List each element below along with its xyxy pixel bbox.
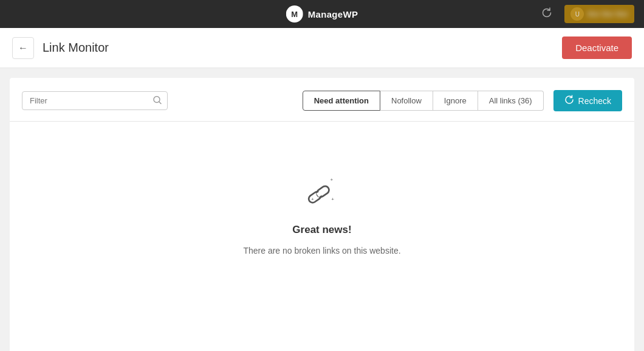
refresh-button[interactable] xyxy=(536,5,557,23)
header-bar: ← Link Monitor Deactivate xyxy=(0,28,644,68)
svg-rect-8 xyxy=(315,185,331,199)
toolbar: Need attention Nofollow Ignore All links… xyxy=(10,78,634,121)
back-icon: ← xyxy=(18,43,28,54)
topnav: M ManageWP U blur blur blur xyxy=(0,0,644,28)
main-content: Need attention Nofollow Ignore All links… xyxy=(10,78,634,351)
avatar: U xyxy=(570,7,584,21)
empty-title: Great news! xyxy=(292,224,351,236)
tab-need-attention[interactable]: Need attention xyxy=(303,91,380,111)
empty-state: + + + Great news! There are no broken li… xyxy=(10,122,634,292)
tabs-group: Need attention Nofollow Ignore All links… xyxy=(303,91,544,111)
svg-text:+: + xyxy=(331,177,334,182)
managewp-logo-icon: M xyxy=(286,5,303,23)
toolbar-right: Need attention Nofollow Ignore All links… xyxy=(303,90,622,111)
svg-text:M: M xyxy=(291,10,298,19)
recheck-icon xyxy=(564,95,574,106)
refresh-icon xyxy=(541,7,552,18)
tab-nofollow[interactable]: Nofollow xyxy=(380,91,433,111)
user-badge[interactable]: U blur blur blur xyxy=(564,5,634,23)
tab-all-links[interactable]: All links (36) xyxy=(478,91,544,111)
chain-icon: + + + xyxy=(300,170,344,214)
logo-text: ManageWP xyxy=(308,9,358,19)
deactivate-button[interactable]: Deactivate xyxy=(562,36,632,59)
recheck-refresh-icon xyxy=(564,95,574,105)
recheck-label: Recheck xyxy=(578,96,611,106)
back-button[interactable]: ← xyxy=(12,37,34,59)
svg-text:+: + xyxy=(311,196,314,202)
filter-input-wrap xyxy=(22,91,168,110)
svg-text:+: + xyxy=(331,196,334,202)
empty-subtitle: There are no broken links on this websit… xyxy=(243,246,400,255)
topnav-right: U blur blur blur xyxy=(536,5,634,23)
recheck-button[interactable]: Recheck xyxy=(553,90,622,111)
filter-input[interactable] xyxy=(22,91,168,110)
header-left: ← Link Monitor xyxy=(12,37,109,59)
topnav-logo: M ManageWP xyxy=(286,5,358,23)
tab-ignore[interactable]: Ignore xyxy=(433,91,478,111)
user-label: blur blur blur xyxy=(587,10,628,18)
page-title: Link Monitor xyxy=(43,41,109,55)
